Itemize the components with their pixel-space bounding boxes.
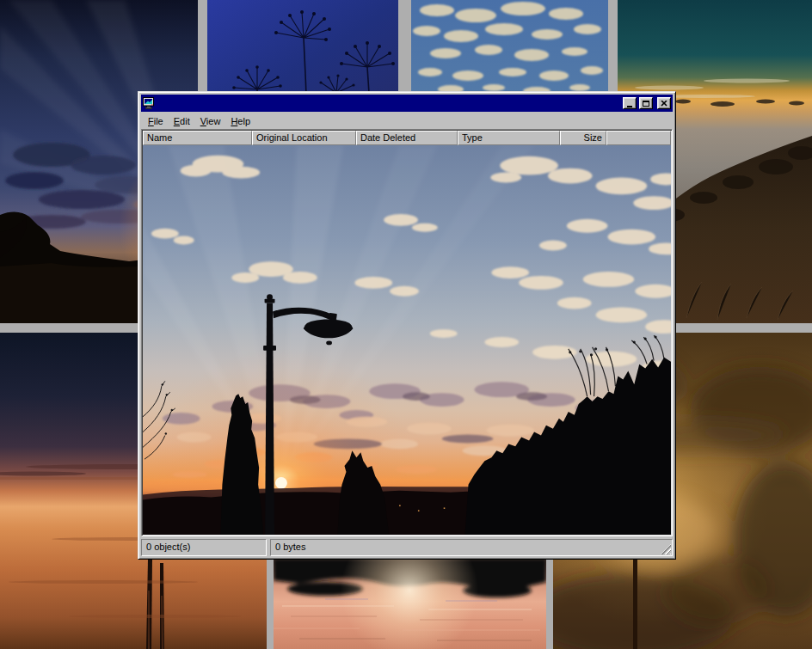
street-lamp-sunset-photo[interactable]	[143, 145, 671, 535]
column-header-original-location[interactable]: Original Location	[252, 131, 356, 145]
computer-recycle-icon	[143, 97, 155, 109]
status-byte-count: 0 bytes	[270, 539, 673, 556]
maximize-button-icon[interactable]	[639, 97, 653, 109]
column-header-date-deleted[interactable]: Date Deleted	[356, 131, 458, 145]
menu-view[interactable]: View	[195, 114, 226, 128]
menu-help[interactable]: Help	[225, 114, 255, 128]
menu-file[interactable]: File	[143, 114, 169, 128]
recycle-bin-window: File Edit View Help Name Original Locati…	[138, 91, 676, 560]
column-header-type[interactable]: Type	[458, 131, 560, 145]
menu-edit[interactable]: Edit	[169, 114, 195, 128]
menu-bar: File Edit View Help	[141, 112, 673, 129]
desktop: { "window": { "title": "", "icon": "comp…	[0, 0, 812, 649]
listview-client-area: Name Original Location Date Deleted Type…	[141, 129, 673, 536]
close-button-icon[interactable]	[657, 97, 671, 109]
listview-header: Name Original Location Date Deleted Type…	[143, 131, 671, 145]
column-header-blank[interactable]	[606, 131, 671, 145]
status-object-count: 0 object(s)	[141, 539, 267, 556]
minimize-button-icon[interactable]	[623, 97, 637, 109]
window-titlebar[interactable]	[141, 95, 673, 112]
status-bar: 0 object(s) 0 bytes	[141, 539, 673, 556]
column-header-size[interactable]: Size	[560, 131, 606, 145]
column-header-name[interactable]: Name	[143, 131, 252, 145]
